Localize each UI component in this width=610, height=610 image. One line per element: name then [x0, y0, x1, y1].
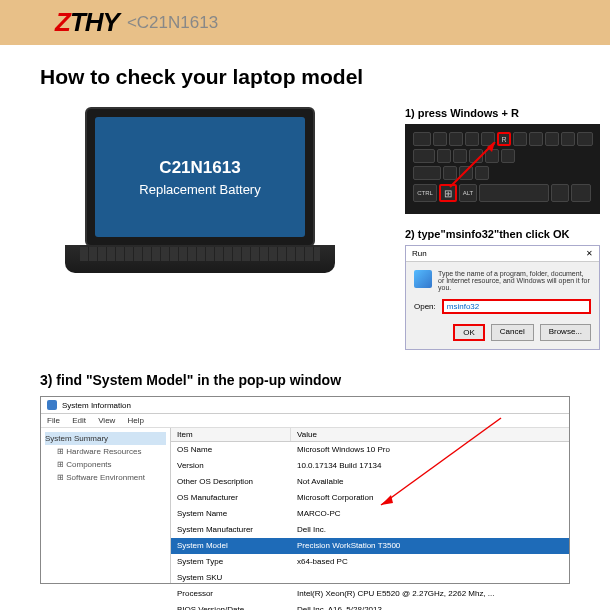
run-dialog: Run ✕ Type the name of a program, folder… — [405, 245, 600, 350]
svg-marker-3 — [381, 495, 393, 505]
keyboard-illustration: R CTRL ⊞ ALT — [405, 124, 600, 214]
laptop-screen-subtitle: Replacement Battery — [139, 182, 260, 197]
sysinfo-table: Item Value OS NameMicrosoft Windows 10 P… — [171, 428, 569, 583]
browse-button[interactable]: Browse... — [540, 324, 591, 341]
svg-line-2 — [381, 418, 501, 505]
tree-hardware[interactable]: ⊞ Hardware Resources — [57, 445, 166, 458]
sysinfo-window-title: System Information — [62, 401, 131, 410]
brand-header: ZTHY <C21N1613 — [0, 0, 610, 45]
arrow-keyboard — [445, 142, 505, 192]
laptop-illustration: C21N1613 Replacement Battery — [60, 107, 340, 287]
table-row[interactable]: BIOS Version/DateDell Inc. A16, 5/28/201… — [171, 602, 569, 610]
brand-logo: ZTHY — [55, 7, 119, 38]
tree-system-summary[interactable]: System Summary — [45, 432, 166, 445]
table-row[interactable]: System ManufacturerDell Inc. — [171, 522, 569, 538]
open-label: Open: — [414, 302, 436, 311]
table-row[interactable]: ProcessorIntel(R) Xeon(R) CPU E5520 @ 2.… — [171, 586, 569, 602]
cancel-button[interactable]: Cancel — [491, 324, 534, 341]
step-2-label: 2) type"msinfo32"then click OK — [405, 228, 600, 240]
step-3-label: 3) find "System Model" in the pop-up win… — [40, 372, 610, 388]
ctrl-key: CTRL — [413, 184, 437, 202]
run-dialog-title: Run — [412, 249, 427, 258]
logo-rest: THY — [70, 7, 119, 37]
close-icon[interactable]: ✕ — [586, 249, 593, 258]
run-description: Type the name of a program, folder, docu… — [438, 270, 591, 291]
page-title: How to check your laptop model — [40, 65, 610, 89]
run-command-input[interactable]: msinfo32 — [442, 299, 591, 314]
table-row[interactable]: System Typex64-based PC — [171, 554, 569, 570]
logo-letter-z: Z — [55, 7, 70, 37]
menu-help[interactable]: Help — [128, 416, 144, 425]
sysinfo-tree: System Summary ⊞ Hardware Resources ⊞ Co… — [41, 428, 171, 583]
menu-file[interactable]: File — [47, 416, 60, 425]
sysinfo-icon — [47, 400, 57, 410]
system-information-window: System Information File Edit View Help S… — [40, 396, 570, 584]
arrow-system-model — [371, 413, 511, 513]
table-row[interactable]: System ModelPrecision WorkStation T3500 — [171, 538, 569, 554]
run-icon — [414, 270, 432, 288]
column-item: Item — [171, 428, 291, 441]
model-code: <C21N1613 — [127, 13, 218, 33]
table-row[interactable]: System SKU — [171, 570, 569, 586]
laptop-screen-model: C21N1613 — [159, 158, 240, 178]
tree-software[interactable]: ⊞ Software Environment — [57, 471, 166, 484]
menu-edit[interactable]: Edit — [72, 416, 86, 425]
tree-components[interactable]: ⊞ Components — [57, 458, 166, 471]
step-1-label: 1) press Windows + R — [405, 107, 600, 119]
ok-button[interactable]: OK — [453, 324, 485, 341]
menu-view[interactable]: View — [98, 416, 115, 425]
svg-marker-1 — [487, 142, 495, 152]
svg-line-0 — [450, 142, 495, 187]
